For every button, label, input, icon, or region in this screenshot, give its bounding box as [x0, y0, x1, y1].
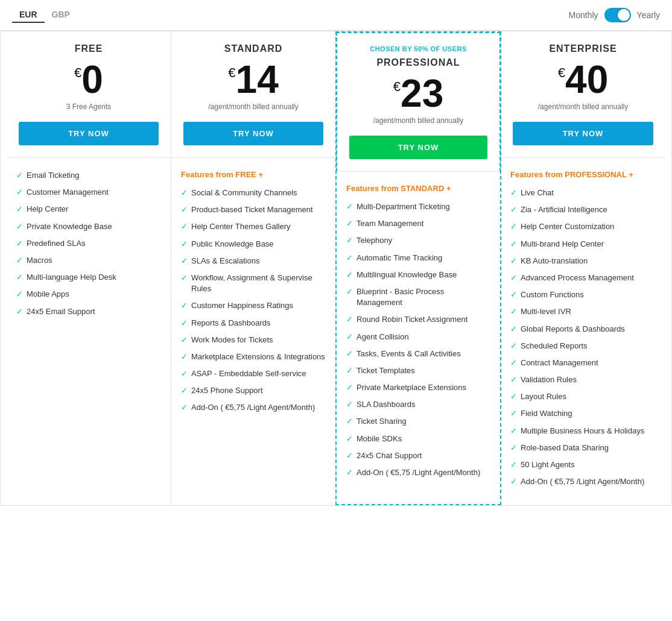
feature-text: Advanced Process Management [521, 273, 634, 283]
price-number: 14 [236, 60, 279, 99]
check-icon: ✓ [346, 253, 353, 262]
try-now-button-enterprise[interactable]: TRY NOW [513, 122, 653, 145]
feature-text: Automatic Time Tracking [357, 253, 442, 263]
feature-item: ✓ Multi-brand Help Center [510, 239, 656, 250]
toggle-switch[interactable] [604, 8, 631, 22]
feature-item: ✓ Multiple Business Hours & Holidays [510, 426, 656, 437]
plan-header-free: FREE € 0 3 Free Agents TRY NOW [7, 31, 171, 158]
currency-symbol: € [393, 79, 401, 95]
check-icon: ✓ [510, 358, 517, 367]
feature-item: ✓ SLAs & Escalations [181, 256, 326, 266]
feature-text: Live Chat [521, 188, 554, 198]
plan-column-professional: CHOSEN BY 50% OF USERS PROFESSIONAL € 23… [335, 31, 501, 505]
pricing-grid: FREE € 0 3 Free Agents TRY NOW ✓ Email T… [0, 31, 672, 506]
check-icon: ✓ [181, 301, 188, 310]
feature-text: Ticket Templates [357, 365, 415, 376]
feature-text: 24x5 Chat Support [357, 450, 422, 461]
feature-text: Workflow, Assignment & Supervise Rules [191, 273, 326, 294]
plan-column-free: FREE € 0 3 Free Agents TRY NOW ✓ Email T… [7, 31, 171, 505]
feature-item: ✓ Agent Collision [346, 332, 490, 342]
feature-text: Add-On ( €5,75 /Light Agent/Month) [357, 467, 480, 478]
feature-item: ✓ Help Center Themes Gallery [181, 221, 326, 232]
check-icon: ✓ [510, 307, 517, 316]
feature-item: ✓ Field Watching [510, 408, 656, 419]
check-icon: ✓ [16, 289, 23, 298]
feature-text: Customer Happiness Ratings [191, 300, 293, 311]
currency-tab-eur[interactable]: EUR [12, 7, 45, 23]
feature-item: ✓ Product-based Ticket Management [181, 204, 326, 215]
check-icon: ✓ [510, 290, 517, 299]
feature-item: ✓ Live Chat [510, 188, 656, 198]
feature-text: Private Marketplace Extensions [357, 382, 466, 393]
currency-tabs: EUR GBP [12, 7, 77, 23]
feature-text: Help Center Customization [521, 221, 614, 232]
features-title-professional: Features from STANDARD + [346, 184, 490, 193]
feature-item: ✓ Public Knowledge Base [181, 239, 326, 250]
feature-item: ✓ Add-On ( €5,75 /Light Agent/Month) [510, 476, 656, 487]
plan-features-professional: Features from STANDARD + ✓ Multi-Departm… [337, 171, 500, 504]
feature-item: ✓ Add-On ( €5,75 /Light Agent/Month) [346, 467, 490, 478]
feature-item: ✓ Private Knowledge Base [16, 221, 161, 232]
check-icon: ✓ [510, 324, 517, 333]
check-icon: ✓ [346, 287, 353, 296]
feature-item: ✓ Help Center Customization [510, 221, 656, 232]
feature-item: ✓ Customer Management [16, 187, 161, 198]
check-icon: ✓ [181, 205, 188, 214]
price-number: 0 [81, 60, 103, 99]
feature-text: Social & Community Channels [191, 188, 297, 198]
check-icon: ✓ [346, 434, 353, 443]
feature-item: ✓ Blueprint - Basic Process Management [346, 286, 490, 308]
feature-text: 24x5 Email Support [27, 306, 95, 317]
feature-item: ✓ Telephony [346, 235, 490, 246]
features-title-enterprise: Features from PROFESSIONAL + [510, 170, 656, 179]
feature-text: Multi-level IVR [521, 306, 571, 317]
currency-symbol: € [74, 65, 81, 81]
check-icon: ✓ [346, 236, 353, 245]
plan-price-standard: € 14 [183, 60, 323, 99]
feature-text: 24x5 Phone Support [191, 385, 263, 396]
monthly-label: Monthly [569, 10, 598, 20]
feature-item: ✓ Contract Management [510, 358, 656, 368]
plan-header-enterprise: ENTERPRISE € 40 /agent/month billed annu… [501, 31, 665, 158]
currency-tab-gbp[interactable]: GBP [45, 7, 77, 23]
check-icon: ✓ [346, 383, 353, 392]
price-number: 40 [565, 60, 608, 99]
feature-item: ✓ Automatic Time Tracking [346, 253, 490, 263]
plan-column-enterprise: ENTERPRISE € 40 /agent/month billed annu… [501, 31, 665, 505]
check-icon: ✓ [510, 392, 517, 401]
features-title-standard: Features from FREE + [181, 170, 326, 179]
check-icon: ✓ [181, 318, 188, 327]
feature-text: Multi-brand Help Center [521, 239, 604, 250]
check-icon: ✓ [181, 352, 188, 361]
check-icon: ✓ [181, 222, 188, 231]
feature-item: ✓ Validation Rules [510, 374, 656, 385]
check-icon: ✓ [510, 375, 517, 384]
feature-text: Private Knowledge Base [27, 221, 112, 232]
price-number: 23 [401, 74, 443, 113]
check-icon: ✓ [346, 332, 353, 341]
check-icon: ✓ [346, 400, 353, 409]
feature-text: Telephony [357, 235, 392, 246]
popular-badge: CHOSEN BY 50% OF USERS [349, 45, 487, 52]
try-now-button-standard[interactable]: TRY NOW [183, 122, 323, 145]
check-icon: ✓ [16, 239, 23, 248]
feature-item: ✓ Ticket Templates [346, 365, 490, 376]
check-icon: ✓ [181, 256, 188, 265]
check-icon: ✓ [510, 239, 517, 248]
plan-name-standard: STANDARD [183, 43, 323, 54]
feature-text: Scheduled Reports [521, 341, 588, 351]
check-icon: ✓ [346, 219, 353, 228]
try-now-button-professional[interactable]: TRY NOW [349, 136, 487, 159]
check-icon: ✓ [510, 273, 517, 282]
feature-item: ✓ Marketplace Extensions & Integrations [181, 351, 326, 362]
currency-symbol: € [228, 65, 235, 81]
try-now-button-free[interactable]: TRY NOW [19, 122, 159, 145]
feature-text: Custom Functions [521, 289, 584, 300]
feature-item: ✓ Ticket Sharing [346, 416, 490, 427]
check-icon: ✓ [16, 204, 23, 213]
currency-symbol: € [558, 65, 565, 81]
feature-item: ✓ Layout Rules [510, 391, 656, 402]
plan-column-standard: STANDARD € 14 /agent/month billed annual… [171, 31, 336, 505]
feature-text: Help Center [27, 204, 68, 215]
price-subtitle: /agent/month billed annually [513, 102, 653, 112]
